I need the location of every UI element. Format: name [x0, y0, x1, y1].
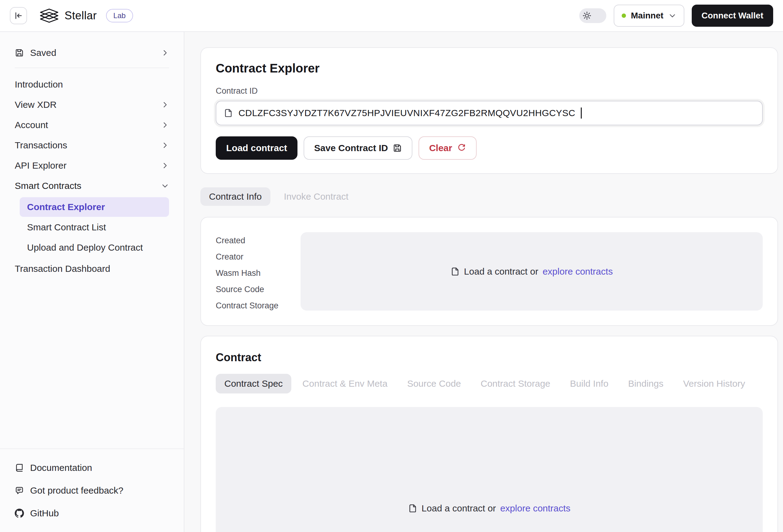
chevron-right-icon: [161, 101, 169, 109]
sidebar-item-label: Smart Contracts: [15, 180, 82, 191]
tab-build-info[interactable]: Build Info: [561, 374, 617, 394]
stellar-logo-icon: [39, 8, 59, 23]
sidebar-item-introduction[interactable]: Introduction: [15, 74, 169, 95]
network-label: Mainnet: [631, 11, 663, 21]
connect-wallet-button[interactable]: Connect Wallet: [692, 5, 773, 27]
page-title: Contract Explorer: [216, 61, 763, 75]
refresh-icon: [457, 143, 466, 153]
chevron-down-icon: [161, 182, 169, 190]
sidebar-item-documentation[interactable]: Documentation: [15, 457, 169, 479]
book-icon: [15, 463, 24, 472]
view-tabs: Contract Info Invoke Contract: [200, 187, 778, 206]
collapse-sidebar-icon: [14, 11, 23, 20]
sidebar-item-smart-contract-list[interactable]: Smart Contract List: [20, 218, 169, 237]
contract-id-label: Contract ID: [216, 86, 763, 96]
app-shell: Saved Introduction View XDR Account Tran…: [0, 32, 783, 532]
sidebar-item-label: Introduction: [15, 79, 63, 90]
sidebar-item-contract-explorer[interactable]: Contract Explorer: [20, 197, 169, 217]
explore-contracts-link[interactable]: explore contracts: [543, 266, 613, 277]
chevron-down-icon: [668, 12, 677, 20]
field-label-source-code: Source Code: [216, 285, 295, 294]
sidebar-item-label: Upload and Deploy Contract: [27, 242, 143, 253]
contract-id-input[interactable]: CDLZFC3SYJYDZT7K67VZ75HPJVIEUVNIXF47ZG2F…: [216, 101, 763, 125]
sun-icon: [582, 11, 592, 20]
tab-source-code[interactable]: Source Code: [399, 374, 470, 394]
clear-button[interactable]: Clear: [418, 136, 477, 160]
contract-card: Contract Contract Spec Contract & Env Me…: [200, 336, 778, 532]
sidebar-item-smart-contracts[interactable]: Smart Contracts: [15, 176, 169, 196]
sidebar-item-label: Transactions: [15, 140, 67, 151]
explorer-actions: Load contract Save Contract ID Clear: [216, 136, 763, 160]
chevron-right-icon: [161, 162, 169, 170]
save-contract-id-button[interactable]: Save Contract ID: [304, 136, 412, 160]
sidebar-divider: [15, 68, 169, 68]
sidebar-item-label: Smart Contract List: [27, 222, 106, 233]
theme-toggle[interactable]: [579, 8, 606, 23]
sidebar-item-upload-and-deploy-contract[interactable]: Upload and Deploy Contract: [20, 238, 169, 257]
field-label-contract-storage: Contract Storage: [216, 301, 295, 310]
load-contract-button[interactable]: Load contract: [216, 136, 297, 160]
collapse-sidebar-button[interactable]: [10, 7, 27, 24]
field-label-creator: Creator: [216, 252, 295, 262]
sidebar-item-saved[interactable]: Saved: [15, 40, 169, 65]
network-status-dot: [622, 13, 626, 18]
chevron-right-icon: [161, 121, 169, 129]
load-contract-label: Load contract: [226, 143, 287, 153]
save-icon: [393, 143, 402, 153]
sidebar-item-account[interactable]: Account: [15, 115, 169, 135]
sidebar-item-label: GitHub: [30, 508, 59, 519]
sidebar-item-label: Got product feedback?: [30, 485, 124, 496]
tab-bindings[interactable]: Bindings: [620, 374, 672, 394]
contract-id-value: CDLZFC3SYJYDZT7K67VZ75HPJVIEUVNIXF47ZG2F…: [239, 108, 575, 118]
sidebar-item-label: View XDR: [15, 100, 57, 110]
sidebar-item-transaction-dashboard[interactable]: Transaction Dashboard: [15, 259, 169, 279]
github-icon: [15, 509, 24, 518]
sidebar-item-label: Account: [15, 120, 48, 130]
stellar-lab-app: Stellar Lab Mainnet Connect Wallet Sav: [0, 0, 783, 532]
contract-spec-empty-state: Load a contract or explore contracts: [216, 407, 763, 532]
sidebar-item-feedback[interactable]: Got product feedback?: [15, 479, 169, 502]
sidebar-item-label: Documentation: [30, 463, 92, 473]
tab-contract-spec[interactable]: Contract Spec: [216, 374, 291, 394]
contract-info-card: Created Creator Wasm Hash Source Code Co…: [200, 217, 778, 326]
contract-info-empty-state: Load a contract or explore contracts: [301, 232, 763, 310]
field-label-created: Created: [216, 236, 295, 245]
contract-card-title: Contract: [216, 351, 763, 364]
sidebar-item-api-explorer[interactable]: API Explorer: [15, 156, 169, 176]
contract-explorer-card: Contract Explorer Contract ID CDLZFC3SYJ…: [200, 47, 778, 174]
sidebar-item-github[interactable]: GitHub: [15, 502, 169, 525]
field-label-wasm-hash: Wasm Hash: [216, 268, 295, 278]
brand-name: Stellar: [65, 9, 97, 22]
save-icon: [15, 48, 24, 58]
sidebar-item-label: Saved: [30, 47, 56, 58]
chevron-right-icon: [161, 49, 169, 57]
tab-invoke-contract[interactable]: Invoke Contract: [275, 187, 357, 206]
text-caret: [581, 107, 582, 119]
sidebar-footer: Documentation Got product feedback? GitH…: [0, 448, 184, 532]
contract-icon: [224, 108, 233, 118]
contract-icon: [408, 504, 417, 513]
explore-contracts-link[interactable]: explore contracts: [500, 503, 570, 513]
smart-contracts-submenu: Contract Explorer Smart Contract List Up…: [20, 197, 169, 257]
header-actions: Mainnet Connect Wallet: [579, 5, 773, 27]
tab-contract-storage[interactable]: Contract Storage: [472, 374, 559, 394]
lab-badge: Lab: [106, 9, 133, 23]
sidebar-nav: Saved Introduction View XDR Account Tran…: [0, 32, 184, 448]
tab-contract-env-meta[interactable]: Contract & Env Meta: [294, 374, 396, 394]
chevron-right-icon: [161, 141, 169, 149]
sidebar-item-transactions[interactable]: Transactions: [15, 135, 169, 156]
network-selector[interactable]: Mainnet: [614, 5, 684, 27]
clear-label: Clear: [429, 143, 452, 153]
sidebar-item-view-xdr[interactable]: View XDR: [15, 95, 169, 115]
tab-version-history[interactable]: Version History: [675, 374, 754, 394]
feedback-chat-icon: [15, 486, 24, 495]
top-bar: Stellar Lab Mainnet Connect Wallet: [0, 0, 783, 32]
tab-contract-info[interactable]: Contract Info: [200, 187, 271, 206]
brand: Stellar Lab: [39, 8, 133, 23]
sidebar: Saved Introduction View XDR Account Tran…: [0, 32, 184, 532]
contract-info-fields: Created Creator Wasm Hash Source Code Co…: [216, 232, 295, 310]
sidebar-item-label: API Explorer: [15, 160, 66, 171]
contract-icon: [450, 267, 460, 276]
empty-state-text: Load a contract or: [464, 266, 538, 277]
connect-wallet-label: Connect Wallet: [701, 11, 763, 21]
